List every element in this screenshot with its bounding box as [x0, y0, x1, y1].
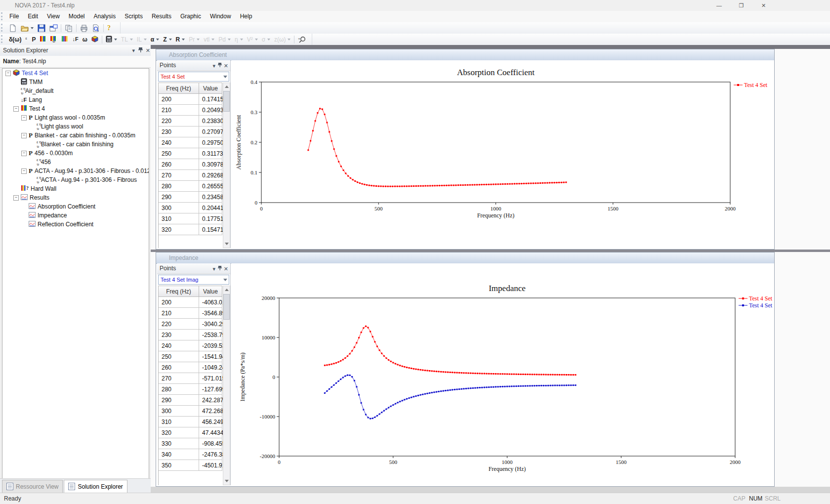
- table-row[interactable]: 2600.309789: [159, 159, 222, 170]
- tool-delta-omega-button[interactable]: δ(ω): [7, 35, 23, 44]
- tool-lang-downF-button[interactable]: ↓F: [71, 35, 80, 44]
- tool-z-omega-button[interactable]: z(ω): [273, 35, 292, 44]
- pin-icon[interactable]: [138, 47, 143, 54]
- scroll-down-icon[interactable]: [223, 477, 230, 485]
- menu-analysis[interactable]: Analysis: [89, 11, 121, 22]
- tree-item[interactable]: ε ηυBlanket - car cabin finishing: [2, 140, 149, 149]
- column-header-value[interactable]: Value: [199, 83, 222, 94]
- tree-expander-icon[interactable]: −: [13, 106, 19, 112]
- new-document-button[interactable]: [7, 23, 18, 33]
- menu-file[interactable]: File: [5, 11, 23, 22]
- dropdown-caret-icon[interactable]: [130, 39, 133, 41]
- scroll-thumb[interactable]: [223, 294, 230, 320]
- table-row[interactable]: 280-127.699: [159, 384, 222, 395]
- table-row[interactable]: 2800.265556: [159, 181, 222, 192]
- tool-layers-multi-button[interactable]: [60, 35, 70, 44]
- tree-item[interactable]: ↓FLang: [2, 95, 149, 104]
- help-button[interactable]: ?: [106, 23, 117, 33]
- points-close-icon[interactable]: ✕: [224, 265, 228, 272]
- table-row[interactable]: 230-2538.79: [159, 330, 222, 340]
- table-row[interactable]: 2000.174155: [159, 94, 222, 105]
- table-row[interactable]: 3100.177519: [159, 213, 222, 224]
- tree-item[interactable]: ε ηυAir_default: [2, 86, 149, 95]
- tree-expander-icon[interactable]: −: [21, 133, 27, 138]
- dropdown-caret-icon[interactable]: [169, 39, 172, 41]
- dropdown-caret-icon[interactable]: [156, 39, 159, 41]
- minimize-button[interactable]: —: [708, 0, 730, 11]
- close-button[interactable]: ✕: [752, 0, 775, 11]
- impedance-window-titlebar[interactable]: Impedance: [156, 252, 774, 264]
- tool-Pr-button[interactable]: Pr: [187, 35, 201, 44]
- menu-scripts[interactable]: Scripts: [120, 11, 147, 22]
- tool-Z-button[interactable]: Z: [162, 35, 173, 44]
- menu-help[interactable]: Help: [236, 11, 257, 22]
- tool-sigma-button[interactable]: σ: [260, 35, 272, 44]
- tool-zoom-button[interactable]: +: [296, 35, 308, 44]
- menu-view[interactable]: View: [42, 11, 64, 22]
- tree-item[interactable]: Impedance: [2, 211, 149, 220]
- table-row[interactable]: 210-3546.89: [159, 308, 222, 319]
- impedance-dataset-select[interactable]: Test 4 Set Imag: [158, 275, 229, 285]
- tool-TL-button[interactable]: TL: [120, 35, 134, 44]
- column-header-value[interactable]: Value: [199, 286, 222, 297]
- tree-item[interactable]: −Test 4: [2, 104, 149, 113]
- table-row[interactable]: 2900.234585: [159, 192, 222, 203]
- scroll-up-icon[interactable]: [223, 286, 230, 294]
- copy-button[interactable]: [63, 23, 74, 33]
- close-panel-icon[interactable]: ✕: [146, 47, 150, 54]
- dropdown-caret-icon[interactable]: [182, 39, 185, 41]
- column-header-freq[interactable]: Freq (Hz): [159, 286, 199, 297]
- table-row[interactable]: 2500.31173: [159, 148, 222, 159]
- menu-graphic[interactable]: Graphic: [176, 11, 206, 22]
- tree-expander-icon[interactable]: −: [21, 168, 27, 174]
- absorption-window-titlebar[interactable]: Absorption Coefficient: [156, 49, 774, 61]
- print-preview-button[interactable]: [90, 23, 101, 33]
- tree-item[interactable]: ?Hard Wall: [2, 184, 149, 193]
- menu-results[interactable]: Results: [147, 11, 176, 22]
- table-row[interactable]: 340-2476.38: [159, 449, 222, 460]
- dropdown-caret-icon[interactable]: [197, 39, 200, 41]
- table-row[interactable]: 32047.4434: [159, 427, 222, 438]
- tree-item[interactable]: ε ηυLight glass wool: [2, 122, 149, 131]
- table-row[interactable]: 3000.204416: [159, 203, 222, 213]
- table-row[interactable]: 270-571.015: [159, 373, 222, 384]
- dropdown-caret-icon[interactable]: [114, 39, 117, 41]
- table-row[interactable]: 250-1541.94: [159, 351, 222, 362]
- table-row[interactable]: 200-4063.01: [159, 297, 222, 308]
- table-row[interactable]: 2700.292682: [159, 170, 222, 181]
- table-row[interactable]: 310456.249: [159, 417, 222, 427]
- table-row[interactable]: 330-908.455: [159, 438, 222, 449]
- tree-item[interactable]: −PLight glass wool - 0.0035m: [2, 113, 149, 122]
- tool-R-button[interactable]: R: [174, 35, 187, 44]
- table-row[interactable]: 290242.287: [159, 395, 222, 406]
- tool-epsilon-material-button[interactable]: ε ηυ: [24, 35, 29, 44]
- table-row[interactable]: 2100.204934: [159, 105, 222, 116]
- open-file-button[interactable]: [19, 23, 35, 33]
- tree-item[interactable]: ε ηυACTA - Aug.94 - p.301-306 - Fibrous: [2, 175, 149, 184]
- save-button[interactable]: [36, 23, 47, 33]
- tree-item[interactable]: −Test 4 Set: [2, 69, 149, 78]
- tree-item[interactable]: Absorption Coefficient: [2, 202, 149, 211]
- tree-item[interactable]: TMM: [2, 78, 149, 86]
- scroll-thumb[interactable]: [223, 91, 230, 112]
- panel-menu-icon[interactable]: ▾: [132, 47, 135, 54]
- export-window-button[interactable]: [48, 23, 59, 33]
- menu-model[interactable]: Model: [64, 11, 89, 22]
- tree-item[interactable]: −PACTA - Aug.94 - p.301-306 - Fibrous - …: [2, 167, 149, 175]
- tool-layers-bars-button[interactable]: [38, 35, 47, 44]
- tree-item[interactable]: −P456 - 0.0030m: [2, 149, 149, 158]
- table-row[interactable]: 300472.268: [159, 406, 222, 417]
- points-pin-icon[interactable]: [218, 265, 222, 272]
- absorption-dataset-select[interactable]: Test 4 Set: [158, 72, 229, 82]
- tool-porous-P-button[interactable]: P: [30, 35, 37, 44]
- dropdown-caret-icon[interactable]: [267, 39, 270, 41]
- scroll-down-icon[interactable]: [223, 240, 230, 248]
- menu-edit[interactable]: Edit: [23, 11, 42, 22]
- tab-solution-explorer[interactable]: Solution Explorer: [64, 480, 127, 493]
- impedance-table-scrollbar[interactable]: [223, 286, 230, 485]
- dropdown-caret-icon[interactable]: [240, 39, 243, 41]
- table-row[interactable]: 240-2039.53: [159, 340, 222, 351]
- tree-item[interactable]: −Results: [2, 193, 149, 202]
- table-row[interactable]: 260-1049.24: [159, 362, 222, 373]
- points-close-icon[interactable]: ✕: [224, 62, 228, 69]
